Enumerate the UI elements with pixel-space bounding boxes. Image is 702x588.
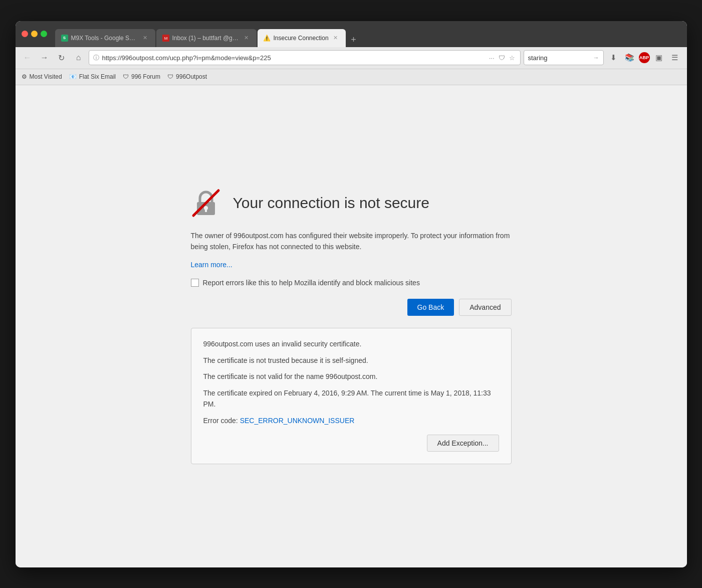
- tab-inbox-close-icon[interactable]: ✕: [243, 34, 251, 42]
- error-description: The owner of 996outpost.com has configur…: [191, 230, 512, 253]
- advanced-line1: 996outpost.com uses an invalid security …: [203, 338, 499, 349]
- most-visited-label: Most Visited: [30, 73, 62, 80]
- address-bookmark-icon[interactable]: ☆: [508, 53, 516, 63]
- flat-six-label: Flat Six Email: [79, 73, 116, 80]
- reload-button[interactable]: ↻: [55, 51, 69, 65]
- advanced-button[interactable]: Advanced: [459, 299, 511, 316]
- minimize-traffic-light[interactable]: [31, 31, 38, 37]
- sidebar-icon[interactable]: ▣: [652, 51, 666, 65]
- address-menu-icon[interactable]: ···: [488, 53, 496, 63]
- 996outpost-icon: 🛡: [167, 73, 173, 80]
- page-content: Your connection is not secure The owner …: [16, 85, 687, 567]
- go-back-button[interactable]: Go Back: [407, 299, 454, 316]
- 996outpost-label: 996Outpost: [176, 73, 207, 80]
- flat-six-icon: 📧: [69, 73, 77, 80]
- error-code-row: Error code: SEC_ERROR_UNKNOWN_ISSUER: [203, 417, 499, 425]
- close-traffic-light[interactable]: [22, 31, 28, 37]
- error-code-link[interactable]: SEC_ERROR_UNKNOWN_ISSUER: [240, 417, 355, 425]
- bookmarks-bar: ⚙ Most Visited 📧 Flat Six Email 🛡 996 Fo…: [16, 69, 687, 85]
- lock-icon-wrapper: [191, 188, 221, 218]
- browser-window: S M9X Tools - Google Sheets ✕ M Inbox (1…: [16, 21, 687, 567]
- address-bar[interactable]: ⓘ https://996outpost.com/ucp.php?i=pm&mo…: [89, 50, 521, 65]
- error-code-label: Error code:: [203, 417, 240, 425]
- search-bar[interactable]: staring →: [524, 50, 604, 65]
- report-checkbox[interactable]: [191, 279, 199, 287]
- title-bar: S M9X Tools - Google Sheets ✕ M Inbox (1…: [16, 21, 687, 47]
- svg-rect-4: [205, 208, 207, 212]
- report-checkbox-label: Report errors like this to help Mozilla …: [203, 279, 420, 287]
- toolbar-actions: ⬇ 📚 ABP ▣ ☰: [607, 51, 682, 65]
- tab-sheets-title: M9X Tools - Google Sheets: [71, 35, 138, 42]
- button-row: Go Back Advanced: [191, 299, 512, 316]
- tab-insecure-title: Insecure Connection: [274, 35, 329, 42]
- bookmark-most-visited[interactable]: ⚙ Most Visited: [22, 73, 62, 80]
- error-title: Your connection is not secure: [233, 194, 429, 212]
- 996-forum-icon: 🛡: [123, 73, 129, 80]
- error-header: Your connection is not secure: [191, 188, 512, 218]
- tab-insecure[interactable]: ⚠️ Insecure Connection ✕: [258, 29, 346, 47]
- library-icon[interactable]: 📚: [623, 51, 637, 65]
- navigation-toolbar: ← → ↻ ⌂ ⓘ https://996outpost.com/ucp.php…: [16, 47, 687, 69]
- tab-sheets[interactable]: S M9X Tools - Google Sheets ✕: [55, 29, 155, 47]
- menu-icon[interactable]: ☰: [668, 51, 682, 65]
- download-icon[interactable]: ⬇: [607, 51, 621, 65]
- advanced-panel: 996outpost.com uses an invalid security …: [191, 328, 512, 464]
- traffic-lights: [22, 31, 47, 37]
- warning-favicon-icon: ⚠️: [264, 35, 271, 42]
- adblock-badge[interactable]: ABP: [639, 52, 650, 63]
- bookmark-flat-six-email[interactable]: 📧 Flat Six Email: [69, 73, 116, 80]
- most-visited-icon: ⚙: [22, 73, 27, 80]
- advanced-line3: The certificate is not valid for the nam…: [203, 371, 499, 382]
- bookmark-996-forum[interactable]: 🛡 996 Forum: [123, 73, 160, 80]
- tab-inbox-title: Inbox (1) – buttfart @gmai: [172, 35, 240, 42]
- tab-inbox[interactable]: M Inbox (1) – buttfart @gmai ✕: [156, 29, 257, 47]
- tab-insecure-close-icon[interactable]: ✕: [332, 34, 340, 42]
- learn-more-link[interactable]: Learn more...: [191, 261, 232, 269]
- address-bar-actions: ··· 🛡 ☆: [488, 53, 516, 63]
- gmail-favicon-icon: M: [162, 35, 169, 42]
- back-button[interactable]: ←: [21, 51, 35, 65]
- search-input-text: staring: [528, 54, 591, 62]
- add-exception-button[interactable]: Add Exception...: [427, 435, 499, 452]
- home-button[interactable]: ⌂: [72, 51, 86, 65]
- maximize-traffic-light[interactable]: [41, 31, 47, 37]
- 996-forum-label: 996 Forum: [131, 73, 160, 80]
- address-info-icon: ⓘ: [93, 54, 99, 62]
- svg-text:M: M: [164, 36, 167, 41]
- tab-sheets-close-icon[interactable]: ✕: [141, 34, 149, 42]
- address-text: https://996outpost.com/ucp.php?i=pm&mode…: [102, 54, 485, 62]
- insecure-lock-icon: [191, 188, 221, 218]
- address-shield-icon[interactable]: 🛡: [498, 53, 506, 63]
- new-tab-button[interactable]: +: [347, 33, 361, 47]
- forward-button[interactable]: →: [38, 51, 52, 65]
- advanced-line4: The certificate expired on February 4, 2…: [203, 387, 499, 410]
- advanced-panel-footer: Add Exception...: [203, 435, 499, 452]
- report-checkbox-row: Report errors like this to help Mozilla …: [191, 279, 512, 287]
- error-container: Your connection is not secure The owner …: [181, 178, 522, 475]
- sheets-favicon-icon: S: [61, 35, 68, 42]
- advanced-line2: The certificate is not trusted because i…: [203, 355, 499, 366]
- tab-bar: S M9X Tools - Google Sheets ✕ M Inbox (1…: [55, 21, 681, 47]
- search-arrow-icon: →: [593, 54, 599, 61]
- bookmark-996outpost[interactable]: 🛡 996Outpost: [167, 73, 207, 80]
